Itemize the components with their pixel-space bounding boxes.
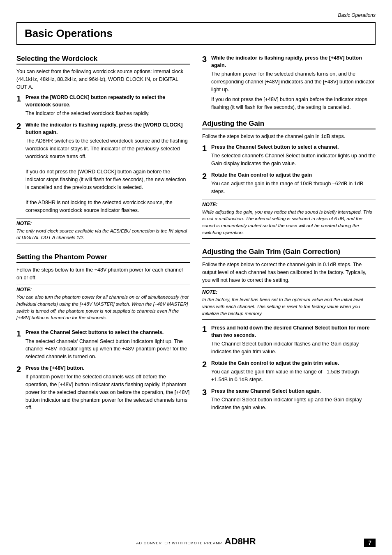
gain-trim-step-1-content: Press and hold down the desired Channel … <box>211 325 376 356</box>
gain-trim-note-label: NOTE: <box>202 289 376 295</box>
section-gain-title: Adjusting the Gain <box>202 120 376 129</box>
step-1-bold: Press the [WORD CLOCK] button repeatedly… <box>25 94 190 108</box>
footer-small-text: AD CONVERTER WITH REMOTE PREAMP <box>136 541 222 545</box>
phantom-step-2-text: If phantom power for the selected channe… <box>25 373 190 412</box>
step-2-bold: While the indicator is flashing rapidly,… <box>25 122 190 136</box>
gain-step-2-text: You can adjust the gain in the range of … <box>211 180 376 196</box>
phantom-note: NOTE: You can also turn the phantom powe… <box>16 285 190 324</box>
phantom-step-3: 3 While the indicator is flashing rapidl… <box>202 55 376 111</box>
gain-step-number-1: 1 <box>202 144 209 168</box>
section-gain: Adjusting the Gain Follow the steps belo… <box>202 120 376 239</box>
gain-step-1: 1 Press the Channel Select button to sel… <box>202 144 376 168</box>
gain-trim-step-2: 2 Rotate the Gain control to adjust the … <box>202 360 376 384</box>
section-wordclock: Selecting the Wordclock You can select f… <box>16 55 190 244</box>
gain-trim-step-3-content: Press the same Channel Select button aga… <box>211 388 376 412</box>
section-gain-trim-intro: Follow the steps below to correct the ch… <box>202 261 376 284</box>
gain-step-2-bold: Rotate the Gain control to adjust the ga… <box>211 172 376 179</box>
gain-step-1-text: The selected channel's Channel Select bu… <box>211 152 376 168</box>
wordclock-step-1: 1 Press the [WORD CLOCK] button repeated… <box>16 94 190 117</box>
step-number-1: 1 <box>16 94 23 117</box>
gain-note-text: While adjusting the gain, you may notice… <box>202 209 376 236</box>
step-2-content: While the indicator is flashing rapidly,… <box>25 122 190 214</box>
wordclock-note: NOTE: The only word clock source availab… <box>16 219 190 244</box>
section-gain-intro: Follow the steps below to adjust the cha… <box>202 133 376 140</box>
gain-trim-note-text: In the factory, the level has been set t… <box>202 296 376 317</box>
phantom-step-number-3: 3 <box>202 55 209 111</box>
section-wordclock-intro: You can select from the following wordcl… <box>16 68 190 91</box>
step-1-text: The indicator of the selected wordclock … <box>25 110 190 117</box>
gain-step-2: 2 Rotate the Gain control to adjust the … <box>202 172 376 196</box>
phantom-step-3-content: While the indicator is flashing rapidly,… <box>211 55 376 111</box>
phantom-step-2-content: Press the [+48V] button. If phantom powe… <box>25 365 190 412</box>
phantom-step-3-text1: The phantom power for the selected chann… <box>211 70 376 93</box>
phantom-step-2: 2 Press the [+48V] button. If phantom po… <box>16 365 190 412</box>
step-number-2: 2 <box>16 122 23 214</box>
page-footer: AD CONVERTER WITH REMOTE PREAMP AD8HR 7 <box>0 536 392 547</box>
phantom-note-text: You can also turn the phantom power for … <box>16 294 190 321</box>
section-gain-trim: Adjusting the Gain Trim (Gain Correction… <box>202 248 376 412</box>
phantom-step-1-content: Press the Channel Select buttons to sele… <box>25 329 190 361</box>
wordclock-note-label: NOTE: <box>16 221 190 226</box>
gain-trim-step-number-1: 1 <box>202 325 209 356</box>
section-gain-trim-title: Adjusting the Gain Trim (Gain Correction… <box>202 248 376 258</box>
phantom-step-number-1: 1 <box>16 329 23 361</box>
right-column: 3 While the indicator is flashing rapidl… <box>202 55 376 416</box>
section-phantom-intro: Follow the steps below to turn the +48V … <box>16 266 190 282</box>
page-header: Basic Operations <box>16 12 376 18</box>
phantom-step-1-bold: Press the Channel Select buttons to sele… <box>25 329 190 336</box>
main-title: Basic Operations <box>25 27 367 40</box>
page-number: 7 <box>364 539 376 547</box>
footer-model: AD8HR <box>225 536 256 547</box>
gain-trim-step-number-2: 2 <box>202 360 209 384</box>
phantom-step-number-2: 2 <box>16 365 23 412</box>
gain-trim-step-3-text: The Channel Select button indicator ligh… <box>211 396 376 412</box>
step-2-text: The AD8HR switches to the selected wordc… <box>25 137 190 214</box>
phantom-step-2-bold: Press the [+48V] button. <box>25 365 190 372</box>
footer-brand: AD CONVERTER WITH REMOTE PREAMP AD8HR <box>136 536 256 547</box>
section-wordclock-title: Selecting the Wordclock <box>16 55 190 64</box>
gain-trim-step-3-bold: Press the same Channel Select button aga… <box>211 388 376 395</box>
wordclock-step-2: 2 While the indicator is flashing rapidl… <box>16 122 190 214</box>
section-phantom: Setting the Phantom Power Follow the ste… <box>16 253 190 412</box>
left-column: Selecting the Wordclock You can select f… <box>16 55 190 416</box>
gain-trim-step-2-bold: Rotate the Gain control to adjust the ga… <box>211 360 376 367</box>
section-phantom-title: Setting the Phantom Power <box>16 253 190 263</box>
phantom-step-3-text2: If you do not press the [+48V] button ag… <box>211 96 376 111</box>
gain-trim-note: NOTE: In the factory, the level has been… <box>202 287 376 320</box>
gain-note: NOTE: While adjusting the gain, you may … <box>202 200 376 239</box>
step-1-content: Press the [WORD CLOCK] button repeatedly… <box>25 94 190 117</box>
gain-trim-step-3: 3 Press the same Channel Select button a… <box>202 388 376 412</box>
gain-trim-step-number-3: 3 <box>202 388 209 412</box>
gain-step-1-bold: Press the Channel Select button to selec… <box>211 144 376 151</box>
gain-trim-step-2-content: Rotate the Gain control to adjust the ga… <box>211 360 376 384</box>
phantom-step-1-text: The selected channels' Channel Select bu… <box>25 338 190 361</box>
phantom-step-1: 1 Press the Channel Select buttons to se… <box>16 329 190 361</box>
gain-step-1-content: Press the Channel Select button to selec… <box>211 144 376 168</box>
phantom-step-3-bold: While the indicator is flashing rapidly,… <box>211 55 376 69</box>
gain-trim-step-2-text: You can adjust the gain trim value in th… <box>211 368 376 384</box>
wordclock-note-text: The only word clock source available via… <box>16 228 190 241</box>
page-header-text: Basic Operations <box>338 12 376 18</box>
main-title-box: Basic Operations <box>16 22 376 45</box>
gain-trim-step-1-text: The Channel Select button indicator flas… <box>211 340 376 356</box>
gain-note-label: NOTE: <box>202 202 376 207</box>
gain-trim-step-1: 1 Press and hold down the desired Channe… <box>202 325 376 356</box>
gain-trim-step-1-bold: Press and hold down the desired Channel … <box>211 325 376 339</box>
gain-step-number-2: 2 <box>202 172 209 196</box>
phantom-note-label: NOTE: <box>16 287 190 292</box>
gain-step-2-content: Rotate the Gain control to adjust the ga… <box>211 172 376 196</box>
